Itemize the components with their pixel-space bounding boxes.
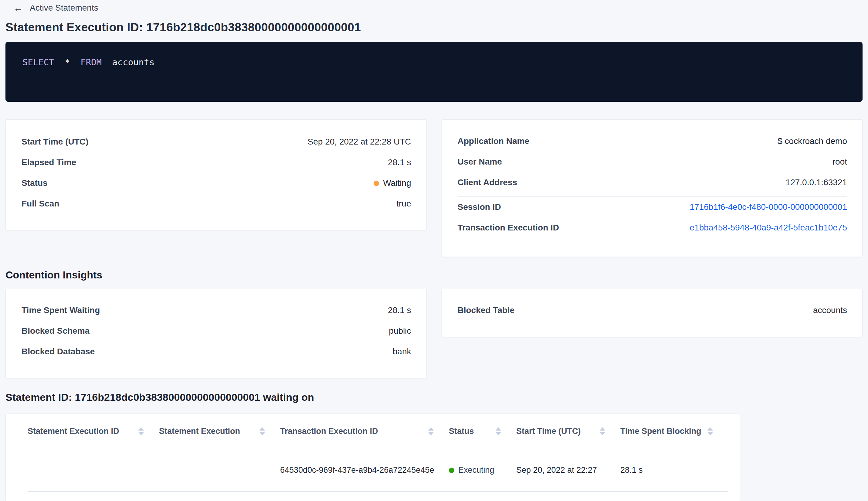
session-id-link[interactable]: 1716b1f6-4e0c-f480-0000-000000000001 xyxy=(690,202,847,212)
blocked-database-label: Blocked Database xyxy=(22,347,95,356)
status-executing-text: Executing xyxy=(458,466,495,475)
full-scan-value: true xyxy=(397,199,411,209)
column-label: Start Time (UTC) xyxy=(516,427,581,439)
time-spent-waiting-row: Time Spent Waiting 28.1 s xyxy=(22,300,411,321)
page-title: Statement Execution ID: 1716b218dc0b3838… xyxy=(6,21,862,34)
back-link[interactable]: ← Active Statements xyxy=(13,3,98,13)
column-label: Statement Execution xyxy=(159,427,240,439)
application-name-row: Application Name $ cockroach demo xyxy=(458,131,847,151)
execution-details-card: Start Time (UTC) Sep 20, 2022 at 22:28 U… xyxy=(6,119,427,230)
sql-statement: SELECT * FROM accounts xyxy=(22,56,846,68)
back-arrow-icon: ← xyxy=(13,3,23,13)
start-time-label: Start Time (UTC) xyxy=(22,137,88,147)
blocked-table-card: Blocked Table accounts xyxy=(442,288,863,337)
blocked-schema-label: Blocked Schema xyxy=(22,326,89,336)
sort-icon[interactable] xyxy=(496,427,501,435)
contention-cards-row: Time Spent Waiting 28.1 s Blocked Schema… xyxy=(6,288,862,378)
table-row: 64530d0c-969f-437e-a9b4-26a72245e45e Exe… xyxy=(28,449,728,491)
column-header-status: Status xyxy=(449,414,516,449)
column-label: Statement Execution ID xyxy=(28,427,119,439)
contention-details-card: Time Spent Waiting 28.1 s Blocked Schema… xyxy=(6,288,427,378)
sort-icon[interactable] xyxy=(428,427,434,435)
start-time-row: Start Time (UTC) Sep 20, 2022 at 22:28 U… xyxy=(22,131,411,152)
column-header-time-spent-blocking: Time Spent Blocking xyxy=(620,414,728,449)
cell-start-time: Sep 20, 2022 at 22:27 xyxy=(516,449,620,491)
waiting-statements-table: Statement Execution ID Statement Executi… xyxy=(28,414,728,492)
session-id-label: Session ID xyxy=(458,202,501,212)
full-scan-row: Full Scan true xyxy=(22,193,411,214)
status-value: Waiting xyxy=(373,178,411,188)
client-address-row: Client Address 127.0.0.1:63321 xyxy=(458,172,847,193)
waiting-statements-table-card: Statement Execution ID Statement Executi… xyxy=(6,414,740,501)
cell-time-spent-blocking: 28.1 s xyxy=(620,449,728,491)
blocked-table-value: accounts xyxy=(813,306,847,315)
blocked-table-row: Blocked Table accounts xyxy=(458,300,847,321)
user-name-value: root xyxy=(833,157,847,167)
cell-statement-execution-id xyxy=(28,449,159,491)
blocked-schema-value: public xyxy=(389,326,411,336)
transaction-execution-id-link[interactable]: e1bba458-5948-40a9-a42f-5feac1b10e75 xyxy=(690,223,847,233)
sql-keyword-select: SELECT xyxy=(22,57,54,67)
application-name-value: $ cockroach demo xyxy=(778,136,847,146)
details-cards-row: Start Time (UTC) Sep 20, 2022 at 22:28 U… xyxy=(6,119,862,257)
sql-statement-box: SELECT * FROM accounts xyxy=(6,42,862,102)
sort-icon[interactable] xyxy=(138,427,144,435)
cell-status: Executing xyxy=(449,449,516,491)
blocked-table-label: Blocked Table xyxy=(458,306,515,315)
column-header-statement-execution: Statement Execution xyxy=(159,414,280,449)
column-label: Status xyxy=(449,427,474,439)
blocked-database-value: bank xyxy=(393,347,411,356)
full-scan-label: Full Scan xyxy=(22,199,59,209)
elapsed-time-row: Elapsed Time 28.1 s xyxy=(22,152,411,173)
time-spent-waiting-value: 28.1 s xyxy=(388,306,411,315)
sort-icon[interactable] xyxy=(707,427,713,435)
session-id-row: Session ID 1716b1f6-4e0c-f480-0000-00000… xyxy=(458,197,847,217)
status-label: Status xyxy=(22,178,48,188)
elapsed-time-label: Elapsed Time xyxy=(22,158,76,167)
transaction-execution-id-row: Transaction Execution ID e1bba458-5948-4… xyxy=(458,217,847,238)
status-waiting-text: Waiting xyxy=(383,178,411,188)
column-header-start-time: Start Time (UTC) xyxy=(516,414,620,449)
session-details-card: Application Name $ cockroach demo User N… xyxy=(442,119,863,257)
active-statement-details-page: ← Active Statements Statement Execution … xyxy=(0,0,868,501)
transaction-execution-id-label: Transaction Execution ID xyxy=(458,223,559,233)
waiting-on-heading: Statement ID: 1716b218dc0b38380000000000… xyxy=(6,391,862,403)
contention-insights-heading: Contention Insights xyxy=(6,269,862,281)
blocked-database-row: Blocked Database bank xyxy=(22,341,411,362)
cell-statement-execution xyxy=(159,449,280,491)
status-executing-dot-icon xyxy=(449,468,454,473)
column-header-statement-execution-id: Statement Execution ID xyxy=(28,414,159,449)
client-address-label: Client Address xyxy=(458,178,518,187)
elapsed-time-value: 28.1 s xyxy=(388,158,411,167)
column-label: Transaction Execution ID xyxy=(280,427,378,439)
user-name-label: User Name xyxy=(458,157,502,167)
column-header-transaction-execution-id: Transaction Execution ID xyxy=(280,414,449,449)
user-name-row: User Name root xyxy=(458,151,847,172)
sort-icon[interactable] xyxy=(600,427,605,435)
client-address-value: 127.0.0.1:63321 xyxy=(786,178,847,187)
back-link-label: Active Statements xyxy=(30,3,98,13)
sql-operator-star: * xyxy=(65,57,70,67)
column-label: Time Spent Blocking xyxy=(620,427,701,439)
time-spent-waiting-label: Time Spent Waiting xyxy=(22,306,100,315)
status-waiting-dot-icon xyxy=(373,181,379,186)
sql-keyword-from: FROM xyxy=(80,57,102,67)
status-row: Status Waiting xyxy=(22,173,411,193)
sort-icon[interactable] xyxy=(260,427,265,435)
sql-table-identifier: accounts xyxy=(112,57,154,67)
application-name-label: Application Name xyxy=(458,136,529,146)
start-time-value: Sep 20, 2022 at 22:28 UTC xyxy=(308,137,411,147)
blocked-schema-row: Blocked Schema public xyxy=(22,321,411,341)
table-header-row: Statement Execution ID Statement Executi… xyxy=(28,414,728,449)
cell-transaction-execution-id: 64530d0c-969f-437e-a9b4-26a72245e45e xyxy=(280,449,449,491)
